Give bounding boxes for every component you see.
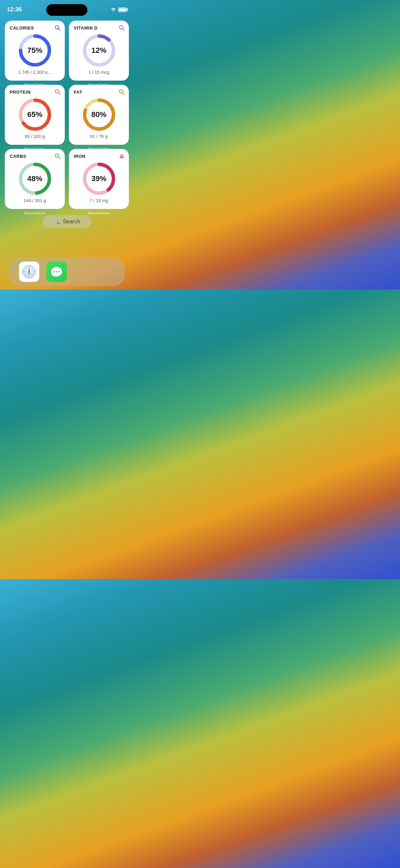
widget-protein[interactable]: PROTEIN 65% 65 / 100 g MacroFactor [5,85,65,145]
svg-rect-20 [121,156,122,158]
svg-line-17 [59,157,60,159]
widget-fat[interactable]: FAT 80% 61 / 76 g MacroFactor [69,85,129,145]
circle-percent-carbs: 48% [27,174,42,183]
widget-title-vitamin-d: VITAMIN D [74,25,98,31]
circle-container-calories: 75% [18,33,52,68]
battery-icon [118,8,127,12]
svg-point-33 [56,271,57,272]
widget-value-protein: 65 / 100 g [25,134,45,139]
widget-grid: CALORIES 75% 1,745 / 2,300 k... MacroFac… [5,21,129,209]
widget-value-vitamin-d: 1 / 15 mcg [88,70,109,75]
search-bar-container: 🔍 Search [5,215,129,228]
svg-line-5 [123,29,124,31]
status-time: 12:36 [7,6,22,13]
svg-text:W: W [23,271,24,272]
status-right: ··· [104,7,127,12]
widget-value-fat: 61 / 76 g [90,134,108,139]
signal-dots: ··· [104,8,109,11]
widget-icon-fat [119,89,125,97]
circle-container-carbs: 48% [18,162,52,196]
svg-text:N: N [29,265,30,267]
search-button-label: Search [63,219,80,225]
widget-title-iron: IRON [74,154,86,159]
widget-value-carbs: 144 / 301 g [24,198,46,203]
search-button[interactable]: 🔍 Search [43,215,91,228]
circle-percent-fat: 80% [91,110,106,119]
circle-container-iron: 39% [82,162,116,196]
widget-value-calories: 1,745 / 2,300 k... [18,70,51,75]
circle-percent-iron: 39% [91,174,106,183]
widget-iron[interactable]: IRON 39% 7 / 18 mg MacroFactor [69,149,129,209]
svg-text:E: E [34,271,35,272]
dock-app-messages[interactable] [46,261,67,282]
dock-app-safari[interactable]: N S E W [19,261,39,282]
svg-text:S: S [29,277,30,278]
svg-line-9 [59,93,60,95]
wifi-icon [111,7,116,12]
widget-icon-protein [54,89,61,97]
dynamic-island [46,4,87,16]
circle-percent-vitamin-d: 12% [91,46,106,55]
circle-percent-protein: 65% [27,110,42,119]
widget-carbs[interactable]: CARBS 48% 144 / 301 g MacroFactor [5,149,65,209]
widget-title-calories: CALORIES [10,25,34,31]
main-content: CALORIES 75% 1,745 / 2,300 k... MacroFac… [0,17,134,228]
widget-value-iron: 7 / 18 mg [89,198,108,203]
widget-icon-iron [119,153,125,161]
dock: N S E W [9,257,125,286]
circle-percent-calories: 75% [27,46,42,55]
search-button-icon: 🔍 [53,219,60,225]
svg-point-32 [53,271,55,272]
widget-title-protein: PROTEIN [10,90,31,95]
circle-container-protein: 65% [18,97,52,132]
circle-container-fat: 80% [82,97,116,132]
circle-container-vitamin-d: 12% [82,33,116,68]
widget-title-carbs: CARBS [10,154,26,159]
widget-calories[interactable]: CALORIES 75% 1,745 / 2,300 k... MacroFac… [5,21,65,81]
widget-icon-carbs [54,153,61,161]
svg-line-13 [123,93,124,95]
widget-icon-calories [54,25,61,33]
svg-point-34 [58,271,60,272]
widget-footer-iron: MacroFactor [88,211,110,215]
widget-footer-carbs: MacroFactor [24,211,46,215]
widget-title-fat: FAT [74,90,82,95]
svg-line-1 [59,29,60,31]
widget-icon-vitamin-d [119,25,125,33]
widget-vitamin-d[interactable]: VITAMIN D 12% 1 / 15 mcg MacroFactor [69,21,129,81]
